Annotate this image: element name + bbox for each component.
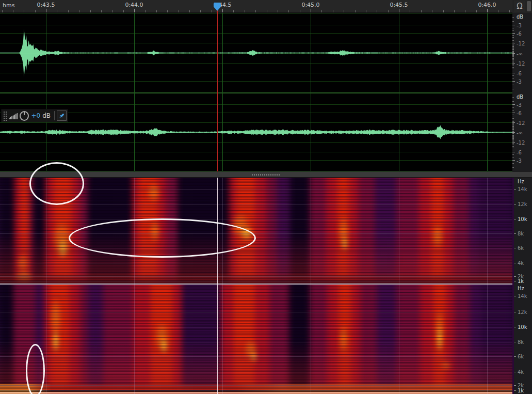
db-minor-tick <box>512 46 514 47</box>
time-gridline <box>399 285 399 394</box>
freq-tick-label: 1k <box>518 278 524 284</box>
freq-tick <box>514 281 516 281</box>
freq-tick <box>514 263 516 263</box>
freq-tick-label: 8k <box>518 231 524 237</box>
hud-volume-control[interactable]: +0 dB <box>1 109 68 122</box>
minor-tick <box>90 10 91 12</box>
spectrogram-panel-ch2[interactable] <box>0 285 512 394</box>
freq-gridline <box>0 204 512 204</box>
minor-tick <box>509 10 510 12</box>
one-k-highlight-line <box>0 392 512 393</box>
minor-tick <box>388 10 389 12</box>
freq-tick <box>514 356 516 357</box>
freq-gridline <box>0 356 512 357</box>
freq-gridline <box>0 281 512 281</box>
db-tick-label: -6 <box>517 31 522 37</box>
db-tick <box>512 104 515 105</box>
time-gridline <box>222 285 223 394</box>
db-minor-tick <box>512 75 514 76</box>
db-scale-header: dB <box>517 14 523 20</box>
pin-button[interactable] <box>57 111 67 121</box>
db-minor-tick <box>512 69 514 69</box>
minor-tick <box>498 10 498 12</box>
db-minor-tick <box>512 21 514 22</box>
minor-tick <box>267 10 267 12</box>
divider-drag-handle[interactable] <box>251 174 281 177</box>
freq-tick-label: 4k <box>518 260 524 266</box>
db-tick <box>512 142 515 143</box>
minor-tick <box>245 10 245 12</box>
db-tick <box>512 160 515 161</box>
db-tick <box>512 73 515 73</box>
hud-drag-handle-icon[interactable] <box>3 111 7 121</box>
db-minor-tick <box>512 107 514 108</box>
db-minor-tick <box>512 78 514 78</box>
freq-tick <box>514 385 516 386</box>
db-scale-ch2[interactable]: dB-3-3-6-6-12-12-∞ <box>512 93 532 171</box>
minor-tick <box>35 10 36 12</box>
db-tick <box>512 63 515 64</box>
headphones-icon: Ω <box>517 2 522 11</box>
minor-tick <box>233 10 234 12</box>
db-tick-label: -12 <box>517 140 525 146</box>
vertical-scrollbar-thumb[interactable] <box>527 1 531 11</box>
freq-scale-ch1[interactable]: Hz14k12k10k8k6k4k2k1k <box>512 178 532 285</box>
db-minor-tick <box>512 154 514 155</box>
minor-tick <box>79 10 79 12</box>
freq-tick <box>514 233 516 234</box>
freq-tick-label: 8k <box>518 339 524 345</box>
freq-scale-ch2[interactable]: Hz14k12k10k8k6k4k2k1k <box>512 285 532 394</box>
freq-tick-label: 12k <box>518 201 527 207</box>
minor-tick <box>443 10 444 12</box>
freq-tick <box>514 372 516 372</box>
db-minor-tick <box>512 110 514 111</box>
db-minor-tick <box>512 66 514 66</box>
freq-tick <box>514 189 516 190</box>
db-minor-tick <box>512 163 514 164</box>
db-minor-tick <box>512 121 514 122</box>
minor-tick <box>123 10 124 12</box>
freq-tick-label: 10k <box>518 216 527 222</box>
waveform-panel-ch1[interactable] <box>0 13 512 93</box>
gain-knob[interactable] <box>20 111 29 121</box>
time-gridline <box>487 178 488 285</box>
freq-tick <box>514 327 516 327</box>
db-minor-tick <box>512 141 514 141</box>
minor-tick <box>189 10 190 12</box>
db-minor-tick <box>512 139 514 140</box>
time-gridline <box>399 178 399 285</box>
db-minor-tick <box>512 150 514 150</box>
playhead-marker[interactable] <box>214 3 221 11</box>
db-scale-ch1[interactable]: dB-3-3-6-6-12-12-∞ <box>512 13 532 93</box>
minor-tick <box>255 10 256 12</box>
db-tick-label: -6 <box>517 71 522 76</box>
db-minor-tick <box>512 58 514 59</box>
minor-tick <box>288 10 289 12</box>
timeline-ruler[interactable]: hms 0:43,50:44,00:44,50:45,00:45,50:46,0 <box>0 0 512 13</box>
minor-tick <box>57 10 57 12</box>
freq-gridline <box>0 327 512 327</box>
db-minor-tick <box>512 140 514 140</box>
db-minor-tick <box>512 54 514 55</box>
monitor-button[interactable]: Ω <box>514 1 525 12</box>
freq-tick <box>514 276 516 277</box>
db-tick-label: -3 <box>517 23 522 28</box>
minor-tick <box>432 10 432 12</box>
minor-tick <box>410 10 410 12</box>
minor-tick <box>366 10 366 12</box>
db-minor-tick <box>512 135 514 136</box>
pin-icon <box>58 113 65 119</box>
time-gridline <box>487 285 488 394</box>
db-minor-tick <box>512 136 514 137</box>
db-minor-tick <box>512 135 514 135</box>
db-tick <box>512 122 515 123</box>
db-minor-tick <box>512 85 514 85</box>
waveform-panel-ch2[interactable] <box>0 93 512 171</box>
level-bars-icon <box>9 112 18 119</box>
db-tick-label: -6 <box>517 150 522 155</box>
minor-tick <box>145 10 146 12</box>
minor-tick <box>355 10 356 12</box>
gain-unit: dB <box>42 112 51 119</box>
db-minor-tick <box>512 44 514 44</box>
db-minor-tick <box>512 50 514 50</box>
